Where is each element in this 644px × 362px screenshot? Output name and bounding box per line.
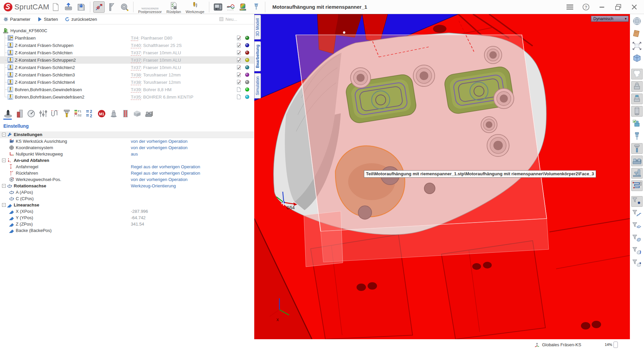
- statistics-button[interactable]: [225, 1, 236, 13]
- mcommands-tab-icon[interactable]: M1: [97, 109, 107, 118]
- operation-row[interactable]: Z-Konstant Fräsen-Schlichten3T#38: Torus…: [0, 71, 254, 78]
- property-row[interactable]: C (CPos): [0, 195, 254, 202]
- filter-curves-icon[interactable]: [631, 208, 643, 219]
- property-row[interactable]: Koordinatensystemvon der vorherigen Oper…: [0, 144, 254, 151]
- operation-color-dot[interactable]: [245, 80, 249, 84]
- close-button[interactable]: [631, 3, 638, 11]
- show-workpiece-icon[interactable]: [631, 81, 643, 92]
- caliper-measure-button[interactable]: [106, 1, 117, 13]
- property-value[interactable]: aus: [131, 152, 138, 157]
- calculated-doc-icon[interactable]: [236, 72, 241, 77]
- property-row[interactable]: Z (ZPos)341.54: [0, 221, 254, 227]
- calculated-doc-icon[interactable]: [236, 43, 241, 48]
- levels-curve-tab-icon[interactable]: [50, 109, 60, 118]
- property-value[interactable]: von der vorherigen Operation: [131, 145, 187, 150]
- tool-tab-icon[interactable]: [62, 109, 71, 118]
- isometric-cube-icon[interactable]: [631, 53, 643, 64]
- stock-tab-icon[interactable]: [132, 109, 142, 118]
- property-row[interactable]: AnfahrregelRegel aus der vorherigen Oper…: [0, 164, 254, 170]
- calculated-doc-icon[interactable]: [236, 50, 241, 55]
- operation-color-dot[interactable]: [245, 65, 249, 69]
- show-part-model-icon[interactable]: [631, 94, 643, 104]
- operation-row[interactable]: Z-Konstant Fräsen-Schlichten4T#38: Torus…: [0, 78, 254, 86]
- restore-button[interactable]: [614, 3, 622, 11]
- operation-row[interactable]: Z-Konstant Fräsen-Schlichten2T#37: Fraes…: [0, 64, 254, 71]
- 3d-viewport[interactable]: G54 X 3D Modell Bearbeitung Simulation D…: [254, 14, 630, 339]
- operation-color-dot[interactable]: [245, 36, 249, 40]
- operation-color-dot[interactable]: [245, 58, 249, 62]
- operation-color-dot[interactable]: [245, 95, 249, 99]
- zoom-fit-icon[interactable]: [631, 41, 643, 51]
- show-machined-result-icon[interactable]: [631, 118, 643, 129]
- filter-meshes-icon[interactable]: [631, 221, 643, 232]
- property-row[interactable]: KS Werkstück Ausrichtungvon der vorherig…: [0, 138, 254, 144]
- property-value[interactable]: von der vorherigen Operation: [131, 139, 187, 144]
- setup-tab-icon[interactable]: [3, 109, 13, 118]
- operation-row[interactable]: Z-Konstant Fräsen-SchlichtenT#37: Fraese…: [0, 49, 254, 56]
- document-icon[interactable]: [236, 94, 241, 100]
- machine-panel-button[interactable]: [212, 1, 224, 13]
- property-value[interactable]: Regel aus der vorherigen Operation: [131, 171, 200, 176]
- tab-bearbeitung[interactable]: Bearbeitung: [254, 41, 261, 71]
- save-project-button[interactable]: [75, 1, 87, 13]
- property-value[interactable]: Regel aus der vorherigen Operation: [131, 164, 200, 169]
- jaws-tab-icon[interactable]: [121, 109, 130, 118]
- property-section-row[interactable]: −An-und Abfahren: [0, 157, 254, 164]
- workpiece-tab-icon[interactable]: [15, 109, 24, 118]
- collapse-icon[interactable]: −: [2, 133, 6, 136]
- zuruecksetzen-button[interactable]: zurücksetzen: [65, 17, 97, 22]
- show-machine-icon[interactable]: [631, 168, 643, 179]
- property-row[interactable]: RückfahrenRegel aus der vorherigen Opera…: [0, 170, 254, 176]
- new-project-button[interactable]: [50, 1, 61, 13]
- filter-sheet-bodies-icon[interactable]: [631, 246, 643, 256]
- operation-color-dot[interactable]: [245, 87, 249, 92]
- shaded-model-button[interactable]: [238, 1, 249, 13]
- filter-points-icon[interactable]: [631, 196, 643, 207]
- show-tool-icon[interactable]: [631, 131, 643, 141]
- minimize-button[interactable]: [598, 3, 606, 11]
- show-toolholder-icon[interactable]: [631, 143, 643, 154]
- property-row[interactable]: X (XPos)-287.996: [0, 208, 254, 215]
- calculated-doc-icon[interactable]: [236, 57, 241, 63]
- filter-surfaces-icon[interactable]: [631, 233, 643, 244]
- property-value[interactable]: 341.54: [131, 222, 144, 227]
- ruestplan-button[interactable]: Rüstplan: [166, 0, 181, 14]
- menu-button[interactable]: [566, 3, 574, 11]
- operation-row[interactable]: Z-Konstant Fräsen-SchruppenT#40: Schaftf…: [0, 42, 254, 49]
- operation-row[interactable]: Bohren,Bohrfräsen,GewindefräsenT#39: Boh…: [0, 86, 254, 93]
- clamp-tab-icon[interactable]: [144, 109, 154, 118]
- show-toolpath-icon[interactable]: [631, 180, 643, 191]
- tape-measure-button[interactable]: [119, 1, 130, 13]
- property-value[interactable]: von der vorherigen Operation: [131, 177, 187, 182]
- machine-root-row[interactable]: Hyundai_KF5600C: [0, 27, 254, 34]
- postprozessor-button[interactable]: %001 N100 N200 Postprozessor: [138, 0, 162, 14]
- document-icon[interactable]: [236, 87, 241, 92]
- calculated-doc-icon[interactable]: [236, 65, 241, 70]
- property-section-row[interactable]: −RotationsachseWerkzeug-Orientierung: [0, 183, 254, 189]
- holder-tab-icon[interactable]: [109, 109, 118, 118]
- approach-levels-tab-icon[interactable]: 22: [86, 109, 95, 118]
- property-row[interactable]: Nullpunkt Werkzeugwegaus: [0, 151, 254, 157]
- open-project-button[interactable]: [63, 1, 74, 13]
- snap-origin-button[interactable]: [93, 1, 105, 13]
- operation-row[interactable]: PlanfräsenT#4: Planfraeser D80: [0, 34, 254, 42]
- property-section-row[interactable]: −Einstellungen: [0, 131, 254, 138]
- starten-button[interactable]: Starten: [37, 17, 58, 22]
- property-section-row[interactable]: −Linearachse: [0, 202, 254, 208]
- operation-row[interactable]: Z-Konstant Fräsen-Schruppen2T#37: Fraese…: [0, 56, 254, 64]
- filter-solids-icon[interactable]: [631, 258, 643, 269]
- show-stock-icon[interactable]: [631, 106, 643, 117]
- property-value[interactable]: -287.996: [131, 209, 148, 214]
- property-row[interactable]: A (APos): [0, 189, 254, 195]
- calculated-doc-icon[interactable]: [236, 35, 241, 41]
- show-fixture-icon[interactable]: [631, 156, 643, 166]
- property-value[interactable]: -64.742: [131, 215, 146, 220]
- collapse-icon[interactable]: −: [2, 159, 6, 162]
- surface-sheet-icon[interactable]: [631, 28, 643, 39]
- feeds-speeds-tab-icon[interactable]: F1S2: [74, 109, 83, 118]
- werkzeuge-button[interactable]: Werkzeuge: [186, 0, 204, 14]
- collapse-icon[interactable]: −: [2, 184, 6, 188]
- operation-row[interactable]: Bohren,Bohrfräsen,Gewindefräsen2T#35: BO…: [0, 93, 254, 101]
- neu-button[interactable]: Neu...: [219, 17, 237, 22]
- tab-simulation[interactable]: Simulation: [254, 73, 261, 99]
